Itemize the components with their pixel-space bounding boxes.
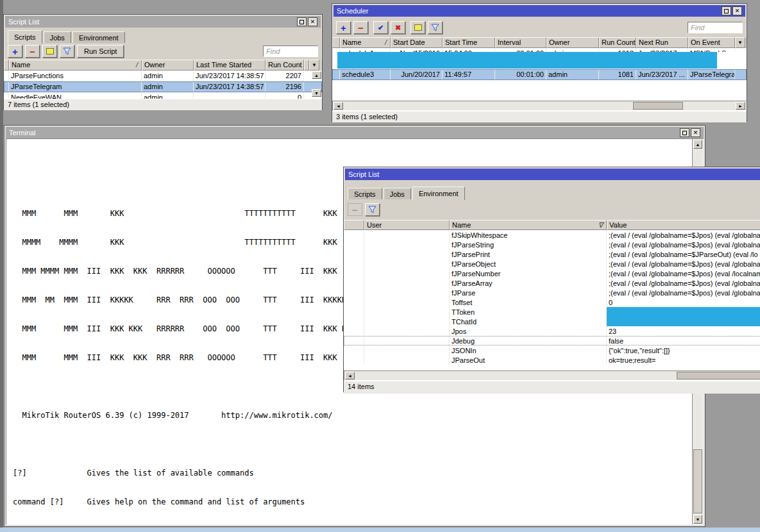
scroll-up-button[interactable]: ▲: [693, 140, 702, 149]
script-list-environment-window: Script List Scripts Jobs Environment − U…: [343, 167, 760, 392]
cell-name: fJParsePrint: [450, 249, 607, 259]
scroll-up-button[interactable]: ▲: [312, 71, 321, 79]
column-header-owner[interactable]: Owner: [142, 60, 194, 71]
horizontal-scrollbar[interactable]: ◄ ►: [332, 101, 747, 111]
remove-button-disabled[interactable]: −: [348, 203, 362, 216]
scroll-right-button[interactable]: ►: [736, 102, 745, 110]
column-header-run-count[interactable]: Run Count: [266, 60, 304, 71]
tab-jobs[interactable]: Jobs: [44, 31, 71, 43]
scheduler-titlebar[interactable]: Scheduler ✕: [334, 5, 745, 17]
cell-last-time: Jun/23/2017 14:38:57: [194, 81, 266, 92]
column-header-start-date[interactable]: Start Date: [391, 37, 443, 48]
cell-start-date: Jun/20/2017: [391, 69, 443, 80]
find-input[interactable]: [263, 46, 318, 57]
table-row[interactable]: JParseOutok=true;result=: [344, 355, 760, 365]
column-header-last-time-started[interactable]: Last Time Started: [194, 60, 266, 71]
run-script-button[interactable]: Run Script: [77, 45, 124, 58]
lead-column-header: [332, 37, 340, 48]
horizontal-scrollbar[interactable]: ◄: [344, 370, 760, 381]
tab-scripts[interactable]: Scripts: [348, 188, 382, 199]
scroll-left-button[interactable]: ◄: [345, 372, 355, 379]
close-icon: ✕: [735, 8, 740, 14]
scrollbar-thumb[interactable]: [693, 449, 702, 513]
column-header-name[interactable]: Name/: [340, 37, 391, 48]
maximize-button[interactable]: [680, 128, 689, 137]
maximize-button[interactable]: [297, 17, 307, 26]
table-row[interactable]: fJSkipWhitespace;(eval / (eval /globalna…: [344, 230, 760, 240]
column-header-start-time[interactable]: Start Time: [443, 37, 495, 48]
column-header-next-run[interactable]: Next Run: [636, 37, 688, 48]
cell-run-count: 0: [266, 92, 304, 99]
terminal-titlebar[interactable]: Terminal ✕: [6, 127, 704, 138]
table-row[interactable]: fJParse;(eval / (eval /globalname=$Jpos)…: [344, 288, 760, 297]
table-row[interactable]: JParseFunctions admin Jun/23/2017 14:38:…: [4, 71, 322, 81]
cell-name: fJParseString: [450, 240, 607, 249]
cell-value: ok=true;result=: [607, 355, 760, 365]
scrollbar-thumb[interactable]: [633, 102, 683, 110]
close-button[interactable]: ✕: [691, 128, 700, 137]
scroll-left-button[interactable]: ◄: [334, 102, 343, 110]
column-header-on-event[interactable]: On Event: [688, 37, 735, 48]
close-button[interactable]: ✕: [308, 17, 317, 26]
table-row[interactable]: fJParsePrint;(eval / (eval /globalname=$…: [344, 249, 760, 259]
column-header-user[interactable]: User: [364, 220, 450, 230]
find-input[interactable]: [688, 22, 743, 33]
column-header-interval[interactable]: Interval: [495, 37, 546, 48]
cell-name: JParseFunctions: [9, 71, 142, 81]
table-row[interactable]: Jpos23: [344, 326, 760, 336]
close-button[interactable]: ✕: [732, 6, 742, 15]
column-header-value[interactable]: Value: [607, 220, 760, 230]
table-row[interactable]: fJParseObject;(eval / (eval /globalname=…: [344, 259, 760, 269]
column-selector-button[interactable]: ▼: [309, 60, 319, 71]
disable-button[interactable]: ✖: [391, 21, 405, 34]
tab-jobs[interactable]: Jobs: [384, 188, 411, 199]
scrollbar-thumb[interactable]: [677, 372, 760, 379]
cell-on-event: JParseTelegram: [688, 69, 735, 80]
table-row[interactable]: JSONIn{"ok":true,"result":[]}: [344, 345, 760, 355]
table-row[interactable]: TChatId: [344, 317, 760, 326]
table-row[interactable]: NeedleEyeWAN admin 0: [4, 92, 322, 99]
column-header-name[interactable]: Name/: [9, 60, 142, 71]
copy-button[interactable]: [42, 45, 57, 58]
cell-last-time: Jun/23/2017 14:38:57: [194, 71, 266, 81]
scroll-left-icon: ◄: [348, 374, 352, 378]
table-row-focused[interactable]: Jdebugfalse: [344, 336, 760, 345]
table-row-selected[interactable]: schedule3 Jun/20/2017 11:49:57 00:01:00 …: [332, 69, 747, 80]
enable-button[interactable]: ✔: [373, 21, 388, 34]
dropdown-icon: ▼: [312, 62, 317, 68]
remove-button[interactable]: −: [353, 21, 368, 34]
copy-button[interactable]: [410, 21, 425, 34]
table-row[interactable]: fJParseNumber;(eval / (eval /globalname=…: [344, 269, 760, 278]
column-header-name[interactable]: Name∇: [450, 220, 607, 230]
tab-environment[interactable]: Environment: [72, 31, 125, 43]
maximize-button[interactable]: [722, 6, 731, 15]
filter-button[interactable]: [428, 21, 443, 34]
add-button[interactable]: +: [336, 21, 351, 34]
table-row[interactable]: Toffset0: [344, 297, 760, 307]
minus-icon: −: [30, 46, 35, 57]
scroll-down-button[interactable]: ▼: [693, 515, 702, 524]
table-row[interactable]: TToken: [344, 307, 760, 317]
remove-button[interactable]: −: [25, 45, 40, 58]
table-row[interactable]: fJParseArray;(eval / (eval /globalname=$…: [344, 278, 760, 288]
filter-button[interactable]: [60, 45, 74, 58]
table-row-selected[interactable]: JParseTelegram admin Jun/23/2017 14:38:5…: [4, 81, 322, 92]
tab-environment[interactable]: Environment: [412, 187, 465, 200]
dropdown-icon: ▼: [738, 40, 743, 46]
column-header-owner[interactable]: Owner: [546, 37, 599, 48]
cell-name: fJParse: [450, 288, 607, 297]
cell-name: fJSkipWhitespace: [450, 230, 607, 240]
column-selector-button[interactable]: ▼: [735, 37, 745, 48]
filter-icon: [368, 206, 376, 213]
scheduler-toolbar: + − ✔ ✖: [332, 18, 747, 37]
script-list-env-titlebar[interactable]: Script List: [345, 169, 760, 180]
tab-scripts[interactable]: Scripts: [8, 30, 42, 44]
add-button[interactable]: +: [8, 45, 22, 58]
column-header-run-count[interactable]: Run Count: [599, 37, 636, 48]
plus-icon: +: [341, 22, 346, 33]
filter-button[interactable]: [365, 203, 380, 216]
scroll-down-button[interactable]: ▼: [312, 89, 321, 97]
desktop-bottom-edge: [0, 528, 760, 532]
script-list-titlebar[interactable]: Script List ✕: [5, 16, 321, 28]
table-row[interactable]: fJParseString;(eval / (eval /globalname=…: [344, 240, 760, 249]
